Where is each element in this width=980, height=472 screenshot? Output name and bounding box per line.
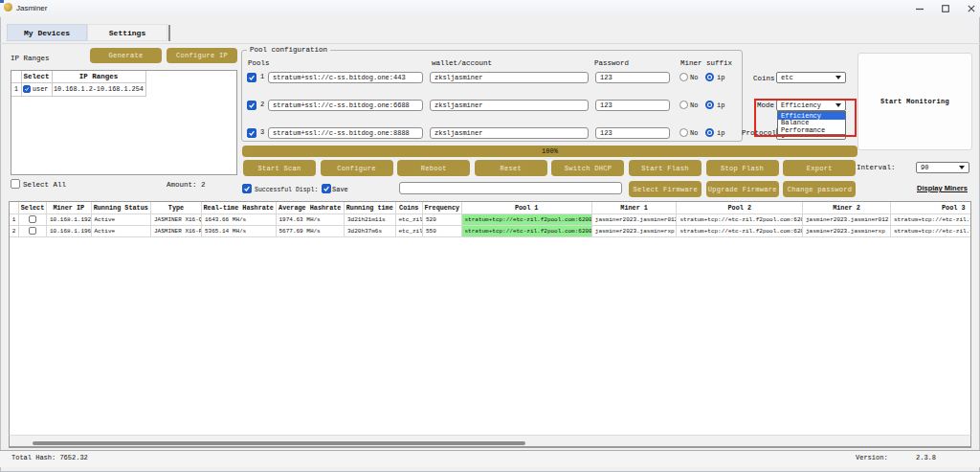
pool-1-wallet-input[interactable]: zksljasminer <box>430 72 589 83</box>
interval-select[interactable]: 90 <box>916 162 969 173</box>
action-stop-flash[interactable]: Stop Flash <box>706 160 779 176</box>
minimize-icon <box>916 5 924 12</box>
pool-1-suffix-ip-radio[interactable] <box>705 73 714 81</box>
coins-select[interactable]: etc <box>776 72 846 83</box>
pool-1-suffix-no-radio[interactable] <box>679 73 688 81</box>
chevron-down-icon <box>835 103 841 107</box>
action-start-scan[interactable]: Start Scan <box>243 160 316 176</box>
cell-pool-1: stratum+tcp://etc-zil.f2pool.com:6200 <box>462 214 592 226</box>
cell-coins: etc_zil <box>396 214 424 226</box>
action-start-flash[interactable]: Start Flash <box>629 160 702 176</box>
configure-ip-button[interactable]: Configure IP <box>167 48 237 63</box>
pool-3-suffix-no-label: No <box>690 129 698 138</box>
select-all-checkbox[interactable] <box>11 179 20 189</box>
device-table-header-row: SelectMiner IPRunning StatusTypeReal-tim… <box>10 202 971 214</box>
device-select-cell <box>19 226 47 237</box>
ip-range-checkbox[interactable] <box>23 85 31 93</box>
miner-suffix-header: Miner suffix <box>680 59 732 68</box>
start-monitoring-button[interactable]: Start Monitoring <box>858 53 972 150</box>
tab-settings[interactable]: Settings <box>87 24 167 41</box>
action-export[interactable]: Export <box>783 160 856 176</box>
pool-3-index: 3 <box>260 128 264 137</box>
col-header-miner-ip: Miner IP <box>47 202 92 214</box>
device-table-body: SelectMiner IPRunning StatusTypeReal-tim… <box>10 202 970 237</box>
wallet-header: wallet/account <box>432 59 492 68</box>
close-button[interactable] <box>959 0 980 17</box>
pool-3-suffix-ip-radio[interactable] <box>705 128 714 137</box>
close-icon <box>968 5 975 12</box>
ip-ranges-list[interactable]: Select IP Ranges 1 user 10.168.1.2-10.16… <box>11 70 237 175</box>
scrollbar-thumb[interactable] <box>33 441 525 445</box>
cell-running-time: 3d21h21m11s <box>345 214 396 226</box>
select-all-label: Select All <box>23 181 66 190</box>
ip-list-header-ranges: IP Ranges <box>52 71 145 82</box>
pool-1-checkbox[interactable] <box>247 73 256 82</box>
pool-3-url-input[interactable]: stratum+ssl://c-ss.bitdog.one:8888 <box>268 127 423 139</box>
pool-3-checkbox[interactable] <box>247 128 256 138</box>
action-reboot[interactable]: Reboot <box>397 160 470 176</box>
minimize-button[interactable] <box>907 0 932 17</box>
chevron-down-icon <box>959 166 965 169</box>
col-header-row-index <box>10 202 19 214</box>
action-upgrade-firmware[interactable]: Upgrade Firmware <box>706 181 779 197</box>
mode-option-performance[interactable]: Performance <box>778 126 845 134</box>
cell-miner-1: jasminer2023.jasminer012 <box>592 214 678 226</box>
start-monitoring-label: Start Monitoring <box>880 98 949 105</box>
action-select-firmware[interactable]: Select Firmware <box>629 181 702 197</box>
pool-2-suffix-ip-radio[interactable] <box>705 101 714 109</box>
cell-running-status: Active <box>92 214 152 226</box>
pool-1-url-input[interactable]: stratum+ssl://c-ss.bitdog.one:443 <box>268 72 423 83</box>
device-row[interactable]: 110.168.1.192ActiveJASMINER X16-Q1643.66… <box>10 214 971 226</box>
action-configure[interactable]: Configure <box>321 160 393 176</box>
app-icon <box>4 3 12 11</box>
device-row-index: 1 <box>10 214 19 226</box>
tab-separator <box>168 25 170 41</box>
device-select-checkbox[interactable] <box>29 227 36 235</box>
cell-miner-2: jasminer2023.jasminer012 <box>803 214 891 226</box>
col-header-pool-2: Pool 2 <box>677 202 803 214</box>
pool-3-wallet-input[interactable]: zksljasminer <box>430 127 589 139</box>
pool-2-password-input[interactable]: 123 <box>595 100 670 111</box>
cell-pool-2: stratum+tcp://etc-zil.f2pool.com:6200 <box>677 214 803 226</box>
pool-2-checkbox[interactable] <box>247 101 256 110</box>
coins-label: Coins <box>753 75 775 83</box>
maximize-button[interactable] <box>933 0 958 17</box>
device-row[interactable]: 210.168.1.196ActiveJASMINER X16-P5365.14… <box>10 226 971 237</box>
cell-frequency: 520 <box>423 214 462 226</box>
device-select-checkbox[interactable] <box>29 215 36 223</box>
pool-1-suffix-no-label: No <box>690 74 698 82</box>
tab-my-devices[interactable]: My Devices <box>7 24 87 41</box>
col-header-type: Type <box>151 202 202 214</box>
tab-my-devices-label: My Devices <box>24 29 70 37</box>
pool-3-suffix-no-radio[interactable] <box>679 128 688 137</box>
save-label: Save <box>332 186 348 194</box>
firmware-path-input[interactable] <box>399 182 622 194</box>
progress-label: 100% <box>542 147 558 155</box>
pool-2-url-input[interactable]: stratum+ssl://c-ss.bitdog.one:6688 <box>268 100 423 111</box>
save-checkbox[interactable] <box>322 184 331 193</box>
col-header-average-hashrate: Average Hashrate <box>277 202 345 214</box>
successful-display-checkbox[interactable] <box>242 184 252 193</box>
col-header-miner-2: Miner 2 <box>803 202 891 214</box>
display-miners-link[interactable]: Display Miners <box>917 184 968 192</box>
action-switch-dhcp[interactable]: Switch DHCP <box>551 160 624 176</box>
cell-average-hashrate: 5677.69 MH/s <box>277 226 345 237</box>
action-change-password[interactable]: Change password <box>783 181 856 197</box>
cell-real-time-hashrate: 1643.66 MH/s <box>202 214 277 226</box>
ip-list-row-select-cell: user <box>21 82 52 96</box>
cell-miner-2: jasminer2023.jasminerxp <box>803 226 891 237</box>
generate-button[interactable]: Generate <box>90 48 162 63</box>
window-title: Jasminer <box>16 4 47 13</box>
pool-1-password-input[interactable]: 123 <box>595 72 670 83</box>
pool-2-wallet-input[interactable]: zksljasminer <box>430 100 589 111</box>
mode-select[interactable]: Efficiency <box>776 100 846 111</box>
pool-2-suffix-no-radio[interactable] <box>679 101 688 109</box>
tab-settings-label: Settings <box>109 29 145 37</box>
mode-value: Efficiency <box>781 101 821 109</box>
pool-3-password-input[interactable]: 123 <box>595 127 670 139</box>
horizontal-scrollbar[interactable] <box>9 435 971 447</box>
chevron-down-icon <box>835 76 841 79</box>
action-reset[interactable]: Reset <box>475 160 547 176</box>
cell-pool-1: stratum+tcp://etc-zil.f2pool.com:6200 <box>462 226 592 237</box>
col-header-real-time-hashrate: Real-time Hashrate <box>202 202 277 214</box>
